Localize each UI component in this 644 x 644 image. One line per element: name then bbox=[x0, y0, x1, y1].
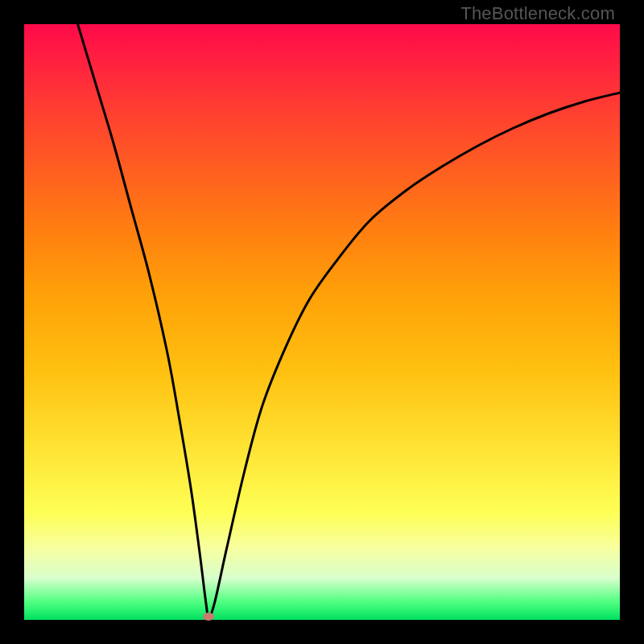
curve-svg bbox=[24, 24, 620, 620]
bottleneck-curve bbox=[78, 24, 620, 617]
chart-frame bbox=[24, 24, 620, 620]
minimum-point-marker bbox=[203, 613, 214, 621]
watermark-text: TheBottleneck.com bbox=[460, 3, 615, 24]
